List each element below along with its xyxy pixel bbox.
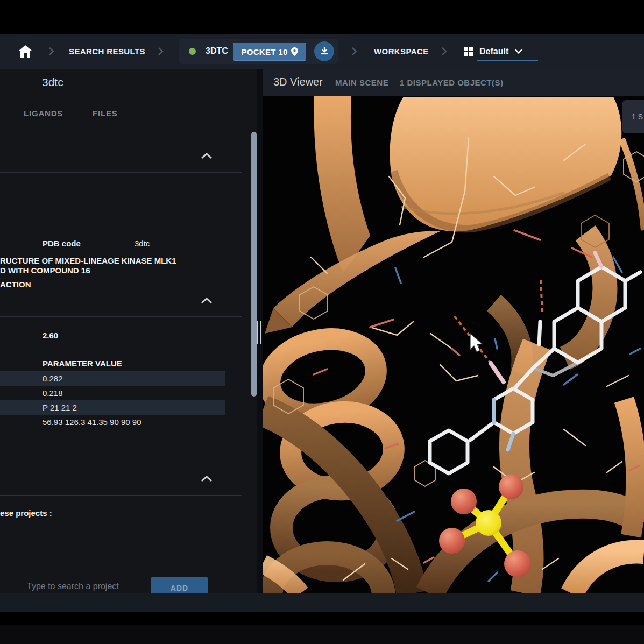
molecule-render [263,96,644,593]
collapse-section-button[interactable] [200,152,215,162]
entity-pill: 3DTC POCKET 10 [179,39,338,64]
table-row: 56.93 126.3 41.35 90 90 90 [0,415,225,429]
panel-resize-handle[interactable] [257,321,263,344]
table-row: P 21 21 2 [0,400,225,415]
structure-details-panel: 3dtc LIGANDS FILES RUCTURE OF MIXED-LINE… [0,69,263,593]
viewer-header: 3D Viewer MAIN SCENE 1 DISPLAYED OBJECT(… [263,69,644,96]
add-project-button[interactable]: ADD [151,577,208,593]
home-button[interactable] [18,45,32,58]
panel-title: 3dtc [42,76,63,89]
pdb-code-label: PDB code [43,239,81,248]
project-search-input[interactable] [26,578,141,593]
table-header: PARAMETER VALUE [43,359,122,368]
structure-title-line1: RUCTURE OF MIXED-LINEAGE KINASE MLK1 [0,256,176,265]
status-dot [189,48,196,55]
main-area: 3dtc LIGANDS FILES RUCTURE OF MIXED-LINE… [0,69,644,593]
collapse-section-button[interactable] [200,297,215,307]
method-label: ACTION [0,280,31,289]
breadcrumb-bar: SEARCH RESULTS 3DTC POCKET 10 [0,34,644,69]
app-window: SEARCH RESULTS 3DTC POCKET 10 [0,0,644,644]
breadcrumb-workspace[interactable]: WORKSPACE [374,34,429,69]
pocket-button[interactable]: POCKET 10 [233,43,306,61]
viewer-objects-label[interactable]: 1 DISPLAYED OBJECT(S) [400,78,504,87]
tab-files[interactable]: FILES [93,109,118,118]
pocket-label: POCKET 10 [241,47,287,56]
section-divider [0,316,242,317]
location-pin-icon [291,47,298,56]
viewer-title: 3D Viewer [273,76,323,88]
panel-scrollbar[interactable] [251,132,257,397]
chevron-up-icon [200,475,213,483]
chevron-separator-icon [48,47,55,56]
bottom-strip [0,593,644,612]
workspace-underline [477,60,538,61]
molecule-3d-scene[interactable]: 1 S [263,96,644,593]
download-icon [320,47,329,56]
section-divider [0,495,242,496]
download-button[interactable] [314,41,334,61]
viewer-scene-label[interactable]: MAIN SCENE [335,78,388,87]
section-divider [0,172,242,173]
breadcrumb-search-results[interactable]: SEARCH RESULTS [69,34,145,69]
projects-label: ese projects : [0,508,52,518]
viewer-panel: 3D Viewer MAIN SCENE 1 DISPLAYED OBJECT(… [263,69,644,593]
home-icon [18,45,32,58]
tab-ligands[interactable]: LIGANDS [24,109,63,118]
mouse-cursor-icon [470,334,482,352]
structure-title-line2: D WITH COMPOUND 16 [0,266,90,275]
workspace-name: Default [479,47,508,56]
collapse-section-button[interactable] [200,475,215,485]
chevron-separator-icon [351,47,358,56]
bottom-band [0,625,644,644]
chevron-separator-icon [158,47,164,56]
caret-down-icon [515,49,522,54]
workspace-selector[interactable]: Default [464,34,522,69]
entity-code: 3DTC [206,46,228,56]
table-row: 0.282 [0,371,225,386]
protein-ribbons [263,96,644,593]
chevron-up-icon [200,152,213,160]
pdb-code-link[interactable]: 3dtc [135,239,150,248]
chevron-separator-icon [441,47,448,56]
table-row: 0.218 [0,386,225,400]
grid-icon [464,47,473,56]
selection-side-tab[interactable]: 1 S [622,100,644,133]
chevron-up-icon [200,297,213,305]
resolution-value: 2.60 [43,331,58,340]
